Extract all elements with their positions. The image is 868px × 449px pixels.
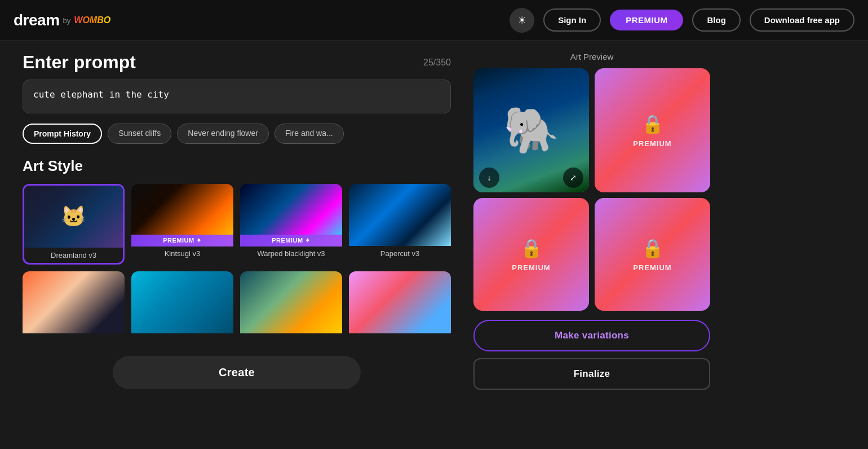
style-papercut[interactable]: Papercut v3 — [349, 184, 451, 265]
download-icon: ↓ — [488, 173, 491, 182]
pill-prompt-history[interactable]: Prompt History — [23, 124, 102, 144]
prompt-section: Enter prompt 25/350 cute elephant in the… — [23, 52, 451, 144]
style-name-row2-1 — [23, 333, 125, 340]
style-name-row2-3 — [240, 333, 342, 340]
art-style-section: Art Style 🐱 Dreamland v3 PREMIUM ✦ Kints… — [23, 157, 451, 340]
make-variations-button[interactable]: Make variations — [473, 320, 710, 351]
lock-icon-2: 🔒 — [520, 237, 543, 259]
pill-sunset-cliffs[interactable]: Sunset cliffs — [108, 124, 171, 144]
expand-icon: ⤢ — [570, 173, 577, 182]
style-name-dreamland: Dreamland v3 — [24, 248, 123, 263]
art-style-title: Art Style — [23, 157, 451, 175]
sign-in-button[interactable]: Sign In — [543, 8, 601, 32]
elephant-emoji: 🐘 — [503, 104, 560, 157]
preview-premium-2[interactable]: 🔒 PREMIUM — [473, 198, 589, 311]
blog-button[interactable]: Blog — [692, 8, 740, 32]
pill-fire-and[interactable]: Fire and wa... — [274, 124, 344, 144]
style-name-row2-2 — [131, 333, 233, 340]
header: dream by WOMBO ☀ Sign In PREMIUM Blog Do… — [0, 0, 868, 41]
theme-toggle-button[interactable]: ☀ — [510, 8, 534, 33]
prompt-counter: 25/350 — [423, 58, 451, 68]
style-row2-4[interactable] — [349, 271, 451, 340]
style-name-papercut: Papercut v3 — [349, 246, 451, 261]
prompt-title: Enter prompt — [23, 52, 136, 73]
sun-icon: ☀ — [517, 14, 526, 27]
logo-by: by — [63, 16, 71, 25]
style-kintsugi[interactable]: PREMIUM ✦ Kintsugi v3 — [131, 184, 233, 265]
prompt-header: Enter prompt 25/350 — [23, 52, 451, 73]
finalize-button[interactable]: Finalize — [473, 358, 710, 390]
download-app-button[interactable]: Download free app — [750, 8, 854, 32]
premium-label-1: PREMIUM — [633, 139, 671, 148]
logo-dream: dream — [14, 11, 60, 29]
preview-expand-button[interactable]: ⤢ — [563, 168, 583, 188]
left-panel: Enter prompt 25/350 cute elephant in the… — [23, 52, 451, 438]
create-button[interactable]: Create — [113, 356, 361, 389]
preview-premium-3[interactable]: 🔒 PREMIUM — [595, 198, 710, 311]
dreamland-icon: 🐱 — [61, 205, 86, 228]
style-name-warped: Warped blacklight v3 — [240, 246, 342, 261]
lock-icon-3: 🔒 — [641, 237, 664, 259]
styles-grid: 🐱 Dreamland v3 PREMIUM ✦ Kintsugi v3 PRE… — [23, 184, 451, 340]
header-nav: ☀ Sign In PREMIUM Blog Download free app — [510, 8, 854, 33]
lock-icon-1: 🔒 — [641, 113, 664, 135]
premium-label-3: PREMIUM — [633, 263, 671, 272]
wombo-logo: WOMBO — [74, 15, 110, 25]
premium-badge-warped: PREMIUM ✦ — [240, 235, 342, 246]
right-panel: Art Preview 🐘 ↓ ⤢ 🔒 PREMIU — [473, 52, 710, 438]
style-dreamland[interactable]: 🐱 Dreamland v3 — [23, 184, 125, 265]
preview-actions: ↓ ⤢ — [473, 168, 589, 188]
preview-download-button[interactable]: ↓ — [479, 168, 499, 188]
style-row2-3[interactable] — [240, 271, 342, 340]
premium-button[interactable]: PREMIUM — [610, 10, 683, 30]
prompt-input[interactable]: cute elephant in the city — [23, 80, 451, 113]
style-row2-1[interactable] — [23, 271, 125, 340]
logo-area: dream by WOMBO — [14, 11, 510, 29]
art-preview-label: Art Preview — [473, 52, 710, 61]
premium-badge-kintsugi: PREMIUM ✦ — [131, 235, 233, 246]
preview-grid: 🐘 ↓ ⤢ 🔒 PREMIUM 🔒 PREMIUM — [473, 68, 710, 311]
main-content: Enter prompt 25/350 cute elephant in the… — [0, 41, 868, 449]
style-warped[interactable]: PREMIUM ✦ Warped blacklight v3 — [240, 184, 342, 265]
preview-main-image[interactable]: 🐘 ↓ ⤢ — [473, 68, 589, 192]
premium-label-2: PREMIUM — [512, 263, 550, 272]
prompt-history-pills: Prompt History Sunset cliffs Never endin… — [23, 124, 451, 144]
style-row2-2[interactable] — [131, 271, 233, 340]
create-button-wrap: Create — [23, 356, 451, 389]
style-name-row2-4 — [349, 333, 451, 340]
preview-premium-1[interactable]: 🔒 PREMIUM — [595, 68, 710, 192]
style-name-kintsugi: Kintsugi v3 — [131, 246, 233, 261]
pill-never-ending-flower[interactable]: Never ending flower — [177, 124, 269, 144]
